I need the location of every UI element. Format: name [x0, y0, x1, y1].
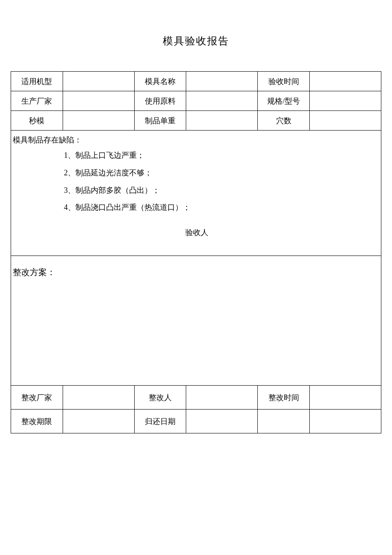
report-table: 适用机型 模具名称 验收时间 生产厂家 使用原料 规格/型号 秒模 制品单重 穴…: [11, 71, 381, 433]
defects-row: 模具制品存在缺陷： 1、制品上口飞边严重； 2、制品延边光洁度不够； 3、制品内…: [11, 131, 381, 256]
defect-item-3: 3、制品内部多胶（凸出）；: [64, 184, 381, 197]
label-material: 使用原料: [134, 91, 186, 111]
footer-row-1: 整改厂家 整改人 整改时间: [11, 386, 381, 410]
value-cycle-time: [63, 111, 134, 131]
label-unit-weight: 制品单重: [134, 111, 186, 131]
value-cavity-count: [309, 111, 381, 131]
label-empty: [258, 410, 310, 433]
value-material: [186, 91, 258, 111]
header-row-2: 生产厂家 使用原料 规格/型号: [11, 91, 381, 111]
value-spec-model: [309, 91, 381, 111]
label-rect-person: 整改人: [134, 386, 186, 410]
label-machine-type: 适用机型: [11, 72, 63, 91]
value-rect-manufacturer: [63, 386, 134, 410]
label-mold-name: 模具名称: [134, 72, 186, 91]
defect-item-2: 2、制品延边光洁度不够；: [64, 167, 381, 179]
document-title: 模具验收报告: [11, 34, 381, 48]
value-machine-type: [63, 72, 134, 91]
value-empty: [309, 410, 381, 433]
label-return-date: 归还日期: [134, 410, 186, 433]
rectification-heading: 整改方案：: [13, 267, 381, 278]
label-acceptance-time: 验收时间: [258, 72, 310, 91]
value-return-date: [186, 410, 258, 433]
value-mold-name: [186, 72, 258, 91]
label-cycle-time: 秒模: [11, 111, 63, 131]
value-rect-person: [186, 386, 258, 410]
value-acceptance-time: [309, 72, 381, 91]
value-rect-time: [309, 386, 381, 410]
label-manufacturer: 生产厂家: [11, 91, 63, 111]
defect-item-1: 1、制品上口飞边严重；: [64, 149, 381, 162]
label-cavity-count: 穴数: [258, 111, 310, 131]
value-rect-deadline: [63, 410, 134, 433]
defects-heading: 模具制品存在缺陷：: [13, 135, 381, 145]
value-manufacturer: [63, 91, 134, 111]
rectification-cell: 整改方案：: [11, 256, 381, 386]
footer-row-2: 整改期限 归还日期: [11, 410, 381, 433]
label-rect-deadline: 整改期限: [11, 410, 63, 433]
defects-cell: 模具制品存在缺陷： 1、制品上口飞边严重； 2、制品延边光洁度不够； 3、制品内…: [11, 131, 381, 256]
header-row-1: 适用机型 模具名称 验收时间: [11, 72, 381, 91]
label-rect-manufacturer: 整改厂家: [11, 386, 63, 410]
rectification-row: 整改方案：: [11, 256, 381, 386]
label-spec-model: 规格/型号: [258, 91, 310, 111]
value-unit-weight: [186, 111, 258, 131]
defect-item-4: 4、制品浇口凸出严重（热流道口）；: [64, 201, 381, 214]
inspector-label: 验收人: [13, 227, 381, 238]
header-row-3: 秒模 制品单重 穴数: [11, 111, 381, 131]
label-rect-time: 整改时间: [258, 386, 310, 410]
